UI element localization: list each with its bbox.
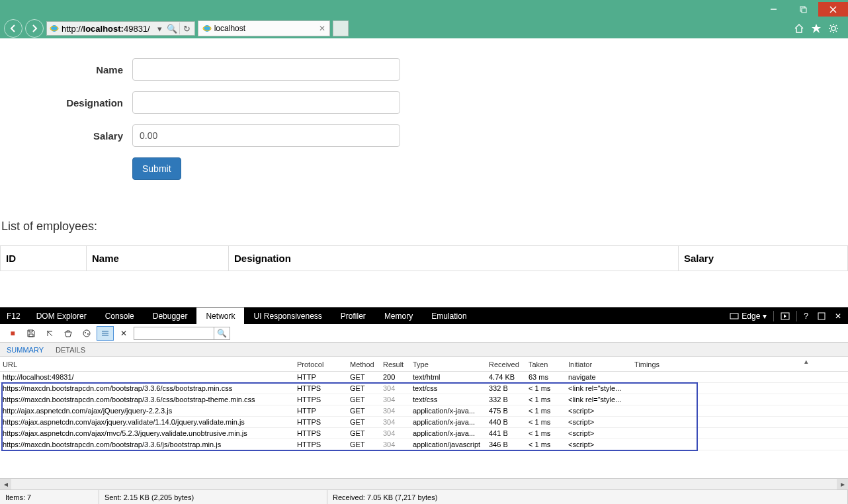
network-header-row: URL Protocol Method Result Type Received…: [0, 357, 848, 372]
favorites-icon[interactable]: [811, 23, 822, 34]
window-titlebar: [0, 0, 848, 19]
ie-icon: [50, 24, 59, 33]
tab-debugger[interactable]: Debugger: [144, 308, 197, 324]
record-button[interactable]: ■: [4, 326, 21, 341]
network-table: URL Protocol Method Result Type Received…: [0, 357, 848, 478]
save-icon[interactable]: [22, 326, 40, 341]
settings-icon[interactable]: [828, 23, 839, 34]
tab-title: localhost: [214, 24, 245, 33]
clear-cache-icon[interactable]: [60, 326, 77, 341]
col-timings[interactable]: Timings: [632, 360, 757, 368]
svg-point-15: [87, 333, 89, 335]
submit-button[interactable]: Submit: [132, 157, 181, 180]
subtab-summary[interactable]: SUMMARY: [7, 346, 44, 354]
status-received: Received: 7.05 KB (7,217 bytes): [327, 490, 848, 504]
network-statusbar: Items: 7 Sent: 2.15 KB (2,205 bytes) Rec…: [0, 489, 848, 504]
employees-table: ID Name Designation Salary: [0, 245, 848, 271]
scroll-left-icon[interactable]: ◂: [0, 479, 11, 490]
search-dropdown-icon[interactable]: ▾: [155, 24, 165, 33]
name-label: Name: [0, 64, 132, 75]
refresh-icon[interactable]: ↻: [183, 24, 192, 33]
col-salary: Salary: [679, 246, 848, 271]
svg-rect-10: [730, 314, 738, 319]
home-icon[interactable]: [794, 23, 804, 34]
network-search[interactable]: 🔍: [134, 327, 230, 340]
svg-rect-2: [802, 8, 806, 13]
tab-ui-responsiveness[interactable]: UI Responsiveness: [244, 308, 331, 324]
back-button[interactable]: [4, 19, 22, 38]
close-button[interactable]: [818, 2, 848, 17]
tab-emulation[interactable]: Emulation: [422, 308, 476, 324]
subtab-details[interactable]: DETAILS: [56, 346, 85, 354]
page-content: Name Designation Salary Submit List of e…: [0, 38, 848, 307]
col-received[interactable]: Received: [486, 360, 526, 368]
col-protocol[interactable]: Protocol: [294, 360, 347, 368]
employees-heading: List of employees:: [1, 220, 848, 233]
new-tab-button[interactable]: [333, 21, 349, 36]
url-text: http://localhost:49831/: [62, 24, 150, 34]
network-subtabs: SUMMARY DETAILS: [0, 343, 848, 357]
devtools-panel: F12 DOM Explorer Console Debugger Networ…: [0, 307, 848, 504]
network-toolbar: ■ ✕ 🔍: [0, 324, 848, 343]
status-items: Items: 7: [0, 490, 99, 504]
devtools-tabs: F12 DOM Explorer Console Debugger Networ…: [0, 308, 848, 324]
tab-close-icon[interactable]: ✕: [319, 24, 325, 33]
browser-tab[interactable]: localhost ✕: [198, 21, 330, 36]
maximize-button[interactable]: [788, 2, 818, 17]
clear-session-icon[interactable]: [41, 326, 58, 341]
search-icon[interactable]: 🔍: [167, 24, 177, 33]
undock-icon[interactable]: [815, 312, 828, 320]
network-row[interactable]: http://ajax.aspnetcdn.com/ajax/jQuery/jq…: [0, 405, 848, 417]
col-designation: Designation: [229, 246, 679, 271]
forward-button[interactable]: [25, 19, 44, 38]
network-row[interactable]: https://ajax.aspnetcdn.com/ajax/jquery.v…: [0, 417, 848, 428]
network-row[interactable]: https://maxcdn.bootstrapcdn.com/bootstra…: [0, 383, 848, 394]
search-icon[interactable]: 🔍: [214, 327, 230, 339]
run-icon[interactable]: [778, 312, 792, 320]
sort-indicator-icon: ▴: [804, 357, 808, 366]
col-id: ID: [1, 246, 87, 271]
tab-profiler[interactable]: Profiler: [331, 308, 375, 324]
network-row[interactable]: http://localhost:49831/HTTPGET200text/ht…: [0, 372, 848, 383]
designation-label: Designation: [0, 97, 132, 108]
svg-point-9: [831, 26, 835, 30]
col-name: Name: [87, 246, 229, 271]
svg-point-14: [85, 332, 86, 333]
tab-console[interactable]: Console: [96, 308, 144, 324]
tab-memory[interactable]: Memory: [375, 308, 422, 324]
browser-navbar: http://localhost:49831/ ▾ 🔍 ↻ localhost …: [0, 19, 848, 38]
minimize-button[interactable]: [759, 2, 788, 17]
col-url[interactable]: URL: [0, 360, 294, 368]
edge-mode[interactable]: Edge▾: [727, 312, 769, 321]
svg-point-13: [83, 330, 90, 337]
network-row[interactable]: https://ajax.aspnetcdn.com/ajax/mvc/5.2.…: [0, 428, 848, 439]
clear-entries-icon[interactable]: ✕: [115, 326, 132, 341]
address-bar[interactable]: http://localhost:49831/ ▾ 🔍 ↻: [46, 21, 195, 36]
horizontal-scrollbar[interactable]: ◂ ▸: [0, 478, 848, 489]
ie-icon: [202, 24, 212, 33]
status-sent: Sent: 2.15 KB (2,205 bytes): [99, 490, 327, 504]
f12-label: F12: [0, 308, 27, 324]
content-type-filter-icon[interactable]: [97, 326, 114, 341]
col-initiator[interactable]: Initiator: [566, 360, 632, 368]
tab-network[interactable]: Network: [196, 308, 244, 324]
salary-field[interactable]: [132, 124, 400, 147]
svg-rect-12: [818, 313, 825, 319]
network-row[interactable]: https://maxcdn.bootstrapcdn.com/bootstra…: [0, 439, 848, 450]
search-input[interactable]: [134, 329, 214, 338]
salary-label: Salary: [0, 130, 132, 142]
devtools-close-icon[interactable]: ✕: [832, 312, 844, 321]
help-icon[interactable]: ?: [801, 312, 811, 321]
network-row[interactable]: https://maxcdn.bootstrapcdn.com/bootstra…: [0, 394, 848, 405]
clear-cookies-icon[interactable]: [78, 326, 95, 341]
col-method[interactable]: Method: [347, 360, 380, 368]
tab-dom-explorer[interactable]: DOM Explorer: [27, 308, 96, 324]
name-field[interactable]: [132, 58, 400, 81]
col-type[interactable]: Type: [410, 360, 486, 368]
designation-field[interactable]: [132, 91, 400, 114]
scroll-right-icon[interactable]: ▸: [837, 479, 848, 490]
col-result[interactable]: Result: [380, 360, 410, 368]
col-taken[interactable]: Taken: [526, 360, 566, 368]
